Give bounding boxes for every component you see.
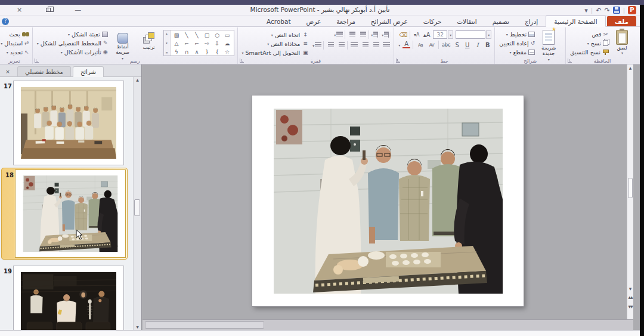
next-slide-icon[interactable]: ▼▼ [627,306,633,308]
shapes-gallery-scroll[interactable]: ▴▾≡ [164,30,171,56]
bold-button[interactable]: B [484,42,491,48]
font-color-button[interactable]: A [402,41,410,48]
convert-to-smartart-button[interactable]: ▣ التحويل إلى SmartArt ▾ [242,48,309,57]
text-shadow-button[interactable]: S [453,42,461,48]
format-painter-button[interactable]: نسخ التنسيق [570,48,608,56]
shape-rounded-rect-icon[interactable]: ▢ [202,31,212,39]
shape-cloud-icon[interactable]: ☁ [222,39,233,48]
panel-scroll-down-icon[interactable]: ▼ [134,325,141,329]
shape-line2-icon[interactable]: ╲ [182,31,192,39]
shape-brace-left-icon[interactable]: { [202,48,212,56]
shape-outline-button[interactable]: ✎ المخطط التفصيلي للشكل ▾ [37,39,108,47]
align-text-button[interactable]: ≡ محاذاة النص ▾ [242,39,309,48]
slide-photo[interactable] [274,109,503,294]
panel-scrollbar[interactable]: ▲ ▼ [133,77,141,330]
shape-elbow-icon[interactable]: ⌐ [192,39,202,48]
new-slide-button[interactable]: شريحة جديدة ▾ [535,29,562,62]
font-name-combobox[interactable]: ▾ [456,30,491,39]
shape-angle-icon[interactable]: ∧ [192,48,202,56]
shape-star-icon[interactable]: ☆ [222,48,233,56]
tab-acrobat[interactable]: Acrobat [259,16,299,26]
font-size-combobox[interactable]: 32 ▾ [433,30,453,39]
align-center-button[interactable] [371,42,380,50]
layout-button[interactable]: تخطيط ▾ [499,30,535,38]
tab-view[interactable]: عرض [299,16,329,26]
paragraph-dialog-launcher-icon[interactable] [240,58,244,63]
section-button[interactable]: مقطع ▾ [499,48,535,56]
tab-transitions[interactable]: انتقالات [449,16,484,26]
numbering-button[interactable]: ▾ [371,31,380,39]
shape-elbow2-icon[interactable]: ⌐ [182,39,192,48]
redo-icon[interactable]: ↷ [604,7,609,14]
select-button[interactable]: ↖ تحديد ▾ [1,48,29,56]
find-button[interactable]: بحث [1,30,29,38]
replace-button[interactable]: ⇄ استبدال ▾ [1,39,29,47]
drawing-dialog-launcher-icon[interactable] [35,58,39,63]
previous-slide-icon[interactable]: ▲▲ [627,296,633,298]
shape-lightning-icon[interactable]: ϟ [172,48,182,56]
scroll-up-icon[interactable]: ▲ [627,66,633,70]
font-dialog-launcher-icon[interactable] [396,58,400,63]
shapes-gallery[interactable]: ▭ ○ ▢ ╲ ╲ ▧ ☁ ⇩ ⇨ ⌐ ⌐ △ ☆ } { [163,30,234,56]
copy-button[interactable]: نسخ ▾ [570,39,608,47]
horizontal-scrollbar-thumb[interactable] [145,321,264,329]
columns-button[interactable]: ▾ [312,42,321,50]
align-left-button[interactable] [360,42,369,50]
qat-dropdown-icon[interactable]: ▾ [584,7,588,14]
shape-arc-icon[interactable]: ∩ [182,48,192,56]
cut-button[interactable]: ✂ قص [570,30,608,38]
tab-home[interactable]: الصفحة الرئيسية [546,16,605,27]
decrease-indent-button[interactable] [347,31,356,39]
tab-outline[interactable]: مخطط تفصيلي [17,66,71,76]
justify-button[interactable] [349,42,358,50]
underline-button[interactable]: U [463,42,471,48]
panel-scroll-up-icon[interactable]: ▲ [134,78,141,82]
horizontal-scrollbar[interactable] [143,319,633,330]
quick-styles-button[interactable]: أنماط سريعة ▾ [111,30,135,61]
save-icon[interactable] [613,7,620,14]
arrange-button[interactable]: ترتيب [138,30,160,61]
shape-right-arrow-icon[interactable]: ⇨ [202,39,212,48]
grow-font-button[interactable]: A▴ [423,32,431,38]
slide-thumbnail-18[interactable]: 18 [1,168,128,260]
tab-file[interactable]: ملف [607,16,636,26]
rtl-direction-button[interactable] [336,42,345,50]
ltr-direction-button[interactable] [326,42,335,50]
line-spacing-button[interactable]: ▾ [334,31,343,39]
text-direction-button[interactable]: ↕ اتجاه النص ▾ [242,30,309,39]
shape-line-icon[interactable]: ╲ [192,31,202,39]
shape-ellipse-icon[interactable]: ○ [212,31,222,39]
shape-frame-icon[interactable]: ▧ [172,31,182,39]
panel-scrollbar-thumb[interactable] [134,199,140,216]
paste-button[interactable]: لصق ▴ [608,29,636,57]
character-spacing-button[interactable]: AV [427,42,436,48]
shape-fill-button[interactable]: تعبئة الشكل ▾ [37,30,108,38]
scroll-down-icon[interactable]: ▼ [627,286,633,291]
italic-button[interactable]: I [473,42,481,48]
undo-icon[interactable]: ↶ [596,7,601,14]
clear-formatting-button[interactable]: ⌫ [400,32,407,38]
tab-slides[interactable]: شرائح [73,66,104,77]
tab-review[interactable]: مراجعة [329,16,363,26]
shape-brace-right-icon[interactable]: } [212,48,222,56]
panel-close-icon[interactable]: × [4,69,12,75]
reset-button[interactable]: ↺ إعادة التعيين [499,39,535,47]
align-right-button[interactable] [382,42,391,50]
vertical-scrollbar-thumb[interactable] [628,178,633,198]
bullets-button[interactable]: ▾ [382,31,391,39]
tab-animations[interactable]: حركات [416,16,449,26]
vertical-scrollbar[interactable]: ▲ ▼ ▲▲ ▼▼ [627,64,633,319]
tab-slideshow[interactable]: عرض الشرائح [363,16,416,26]
shrink-font-button[interactable]: A▾ [413,32,420,38]
increase-indent-button[interactable] [358,31,367,39]
shape-triangle-icon[interactable]: △ [172,39,182,48]
strikethrough-button[interactable]: abc [441,42,451,48]
slide-thumbnail-17[interactable]: 17 [1,81,124,165]
tab-design[interactable]: تصميم [485,16,517,26]
change-case-button[interactable]: Aa [416,42,425,48]
shape-effects-button[interactable]: ◉ تأثيرات الأشكال ▾ [37,48,108,56]
help-icon[interactable]: ? [2,18,9,25]
clipboard-dialog-launcher-icon[interactable] [568,58,572,63]
current-slide-canvas[interactable] [252,95,524,306]
slide-thumbnail-19[interactable]: 19 [1,266,124,330]
